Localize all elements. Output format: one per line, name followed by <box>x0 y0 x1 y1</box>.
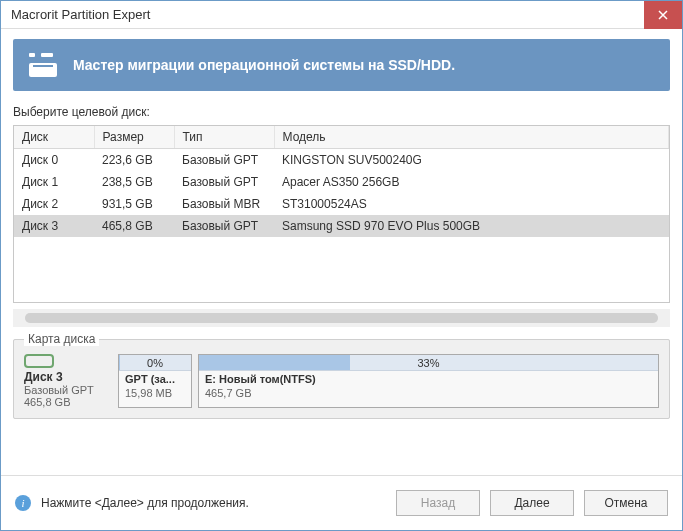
table-row[interactable]: Диск 1238,5 GBБазовый GPTApacer AS350 25… <box>14 171 669 193</box>
cell-type: Базовый GPT <box>174 171 274 193</box>
partition-size: 465,7 GB <box>199 387 658 401</box>
table-row[interactable]: Диск 0223,6 GBБазовый GPTKINGSTON SUV500… <box>14 149 669 172</box>
cell-size: 931,5 GB <box>94 193 174 215</box>
wizard-banner: Мастер миграции операционной системы на … <box>13 39 670 91</box>
table-row[interactable]: Диск 3465,8 GBБазовый GPTSamsung SSD 970… <box>14 215 669 237</box>
cell-disk: Диск 1 <box>14 171 94 193</box>
partition-usage-bar: 33% <box>199 355 658 371</box>
cell-model: KINGSTON SUV500240G <box>274 149 669 172</box>
hdd-icon <box>24 354 54 368</box>
disk-map-panel: Карта диска Диск 3 Базовый GPT 465,8 GB … <box>13 339 670 419</box>
back-button[interactable]: Назад <box>396 490 480 516</box>
cell-disk: Диск 0 <box>14 149 94 172</box>
cell-size: 465,8 GB <box>94 215 174 237</box>
partition[interactable]: 33%E: Новый том(NTFS)465,7 GB <box>198 354 659 408</box>
disk-name: Диск 3 <box>24 370 112 384</box>
disk-info: Диск 3 Базовый GPT 465,8 GB <box>24 354 112 408</box>
table-row[interactable]: Диск 2931,5 GBБазовый MBRST31000524AS <box>14 193 669 215</box>
close-icon <box>658 10 668 20</box>
scrollbar-thumb[interactable] <box>25 313 658 323</box>
cell-type: Базовый GPT <box>174 149 274 172</box>
cell-model: Apacer AS350 256GB <box>274 171 669 193</box>
instruction-text: Выберите целевой диск: <box>13 105 670 119</box>
footer: i Нажмите <Далее> для продолжения. Назад… <box>1 475 682 530</box>
cell-size: 238,5 GB <box>94 171 174 193</box>
window-title: Macrorit Partition Expert <box>11 7 644 22</box>
horizontal-scrollbar[interactable] <box>13 309 670 327</box>
banner-title: Мастер миграции операционной системы на … <box>73 57 455 73</box>
partition-percent: 0% <box>147 357 163 369</box>
table-empty-area <box>14 237 669 302</box>
partition-percent: 33% <box>417 357 439 369</box>
col-model[interactable]: Модель <box>274 126 669 149</box>
col-disk[interactable]: Диск <box>14 126 94 149</box>
disk-icon <box>29 53 59 77</box>
next-button[interactable]: Далее <box>490 490 574 516</box>
titlebar: Macrorit Partition Expert <box>1 1 682 29</box>
partition-label: E: Новый том(NTFS) <box>199 371 658 387</box>
cell-model: Samsung SSD 970 EVO Plus 500GB <box>274 215 669 237</box>
info-icon: i <box>15 495 31 511</box>
partition-size: 15,98 MB <box>119 387 191 401</box>
disk-size: 465,8 GB <box>24 396 112 408</box>
cell-disk: Диск 3 <box>14 215 94 237</box>
cell-disk: Диск 2 <box>14 193 94 215</box>
partition-usage-bar: 0% <box>119 355 191 371</box>
cell-type: Базовый GPT <box>174 215 274 237</box>
cell-model: ST31000524AS <box>274 193 669 215</box>
disk-type: Базовый GPT <box>24 384 112 396</box>
cell-size: 223,6 GB <box>94 149 174 172</box>
col-type[interactable]: Тип <box>174 126 274 149</box>
footer-hint: Нажмите <Далее> для продолжения. <box>41 496 386 510</box>
partition-label: GPT (за... <box>119 371 191 387</box>
col-size[interactable]: Размер <box>94 126 174 149</box>
content: Мастер миграции операционной системы на … <box>1 29 682 475</box>
table-header-row: Диск Размер Тип Модель <box>14 126 669 149</box>
cell-type: Базовый MBR <box>174 193 274 215</box>
disk-map-legend: Карта диска <box>24 332 99 346</box>
close-button[interactable] <box>644 1 682 29</box>
cancel-button[interactable]: Отмена <box>584 490 668 516</box>
partition[interactable]: 0%GPT (за...15,98 MB <box>118 354 192 408</box>
disk-table: Диск Размер Тип Модель Диск 0223,6 GBБаз… <box>13 125 670 303</box>
